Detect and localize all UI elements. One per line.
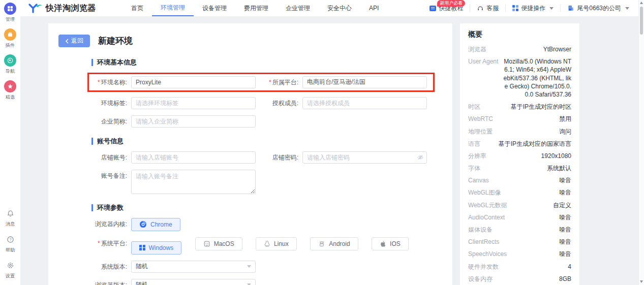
bell-icon [4,207,16,219]
summary-label: 设备内存 [468,275,493,283]
nav-item-environment[interactable]: 环境管理 [152,0,194,16]
os-macos-button[interactable]: MacOS [195,237,242,250]
rail-item-plugins[interactable]: 插件 [4,28,16,49]
os-macos-label: MacOS [214,240,234,247]
rail-item-featured[interactable]: 精选 [4,80,16,101]
form-row: 系统版本: 随机 [91,261,452,273]
nav-item-enterprise[interactable]: 企业管理 [277,0,319,16]
account-menu[interactable]: 尾号0663的公司 [561,4,636,13]
os-android-button[interactable]: Android [310,237,358,250]
topbar: 快洋淘浏览器 首页 环境管理 设备管理 费用管理 企业管理 安全中心 API 新… [20,0,644,17]
company-input[interactable] [131,115,256,128]
yt-logo-icon [28,3,43,13]
tutorial-link[interactable]: 新用户必看 快捷教程 [423,4,470,13]
os-version-label: 系统版本: [91,261,127,273]
field-browser-kernel: 浏览器内核: Chrome [91,218,192,231]
rail-item-messages[interactable]: 消息 [4,207,16,228]
summary-title: 概要 [468,30,571,39]
highlight-red-box: *环境名称: *所属平台: [87,73,435,92]
summary-value: Mozilla/5.0 (Windows NT 6.1; Win64; x64)… [503,57,571,99]
shop-password-label: 店铺密码: [263,151,298,164]
summary-label: WebGL图像 [468,188,501,197]
quick-ops-grid-icon [512,5,518,11]
content-area: 返回 新建环境 环境基本信息 *环境名称: *所属平台: [20,17,644,285]
rail-label: 导航 [6,68,15,75]
kernel-chrome-button[interactable]: Chrome [131,218,180,231]
summary-label: ClientRects [468,238,499,246]
customer-service-link[interactable]: 客服 [470,4,505,13]
form-row: *系统平台: Windows MacOS [91,237,452,255]
plugin-icon [4,28,16,41]
required-mark: * [98,240,100,247]
quick-ops-menu[interactable]: 便捷操作 [506,4,560,13]
compass-icon [4,54,16,67]
os-linux-button[interactable]: Linux [256,237,297,250]
summary-value: 基于IP生成对应的国家语言 [499,140,571,148]
summary-row: ClientRects噪音 [468,238,571,246]
scrollbar-up-arrow-icon[interactable] [640,2,643,4]
nav-item-home[interactable]: 首页 [122,0,152,16]
summary-row: SpeechVoices噪音 [468,250,571,258]
summary-label: 分辨率 [468,152,486,160]
rail-label: 管理 [6,16,15,23]
summary-row: WebRTC禁用 [468,115,571,123]
chrome-icon [139,220,147,228]
rail-label: 消息 [6,221,15,228]
rail-item-settings[interactable]: 设置 [4,259,16,279]
brand-logo[interactable]: 快洋淘浏览器 [28,3,96,14]
section-title-basic-info: 环境基本信息 [91,59,452,66]
summary-label: 字体 [468,164,480,172]
back-button[interactable]: 返回 [58,35,90,47]
summary-row: User AgentMozilla/5.0 (Windows NT 6.1; W… [468,57,571,99]
required-mark: * [269,79,271,86]
eye-off-icon[interactable] [417,154,424,163]
form-row: 店铺账号: 店铺密码: [91,151,452,164]
left-rail: 管理 插件 导航 精选 消息 [0,0,20,285]
os-version-select[interactable]: 随机 [131,261,256,273]
os-ios-button[interactable]: IOS [372,237,409,250]
browser-version-value: 随机 [136,280,148,285]
scrollbar-thumb[interactable] [640,7,643,35]
os-version-value: 随机 [136,262,148,271]
browser-version-select[interactable]: 随机 [131,279,256,285]
account-note-label: 账号备注: [91,170,127,182]
rail-item-manage[interactable]: 管理 [4,3,16,23]
members-label: 授权成员: [263,97,298,109]
shop-account-input[interactable] [131,151,256,164]
rail-item-help[interactable]: ? 帮助 [4,233,16,254]
nav-item-billing[interactable]: 费用管理 [235,0,277,16]
summary-label: User Agent [468,57,498,66]
gear-icon [4,259,16,271]
summary-value: 基于IP生成对应的时区 [511,103,571,111]
members-input[interactable] [302,97,427,109]
nav-item-devices[interactable]: 设备管理 [194,0,235,16]
nav-item-api[interactable]: API [360,0,387,16]
os-windows-button[interactable]: Windows [131,241,181,255]
scrollbar-down-arrow-icon[interactable] [640,280,643,283]
rail-item-navigation[interactable]: 导航 [4,54,16,75]
kernel-chrome-label: Chrome [150,221,172,228]
summary-label: WebRTC [468,115,493,123]
nav-item-security[interactable]: 安全中心 [319,0,360,16]
main-column: 快洋淘浏览器 首页 环境管理 设备管理 费用管理 企业管理 安全中心 API 新… [20,0,644,285]
form-row: 环境标签: 授权成员: [91,97,452,109]
summary-value: 4 [568,263,571,271]
env-name-input[interactable] [131,76,256,88]
page-scrollbar[interactable] [638,0,644,285]
platform-input[interactable] [302,76,427,88]
summary-row: 硬件并发数4 [468,263,571,271]
summary-value: YtBrowser [543,45,571,53]
field-shop-password: 店铺密码: [263,151,427,164]
shop-password-input[interactable] [302,151,427,164]
env-tag-input[interactable] [131,97,256,109]
summary-value: 8GB [559,275,571,283]
headset-icon [477,5,484,12]
tutorial-icon [430,6,436,11]
account-note-textarea[interactable] [131,170,256,194]
env-tag-label: 环境标签: [91,97,127,109]
chevron-down-icon [625,7,629,10]
field-company: 企业简称: [91,115,256,128]
linux-icon [264,240,270,247]
help-icon: ? [4,233,16,245]
company-building-icon [567,5,574,12]
